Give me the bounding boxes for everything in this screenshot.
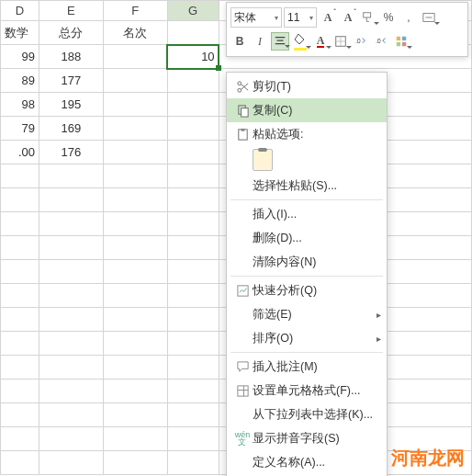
menu-label: 剪切(T) [253, 79, 379, 95]
menu-copy[interactable]: 复制(C) [227, 98, 387, 122]
bold-button[interactable]: B [230, 32, 249, 51]
menu-sort[interactable]: 排序(O) [227, 326, 387, 350]
cell-D[interactable]: 89 [1, 69, 39, 93]
menu-label: 筛选(E) [253, 307, 379, 323]
cell-D[interactable]: 98 [1, 93, 39, 117]
copy-icon [232, 104, 253, 118]
cell-E[interactable]: 176 [39, 141, 103, 164]
mini-toolbar: 宋体▾ 11▾ A A % , B I A .0 .0 [226, 2, 468, 57]
menu-label: 粘贴选项: [253, 127, 379, 142]
svg-rect-0 [364, 13, 371, 17]
decrease-decimal-button[interactable]: .0 [372, 32, 390, 51]
cell-D[interactable]: .00 [1, 141, 39, 164]
svg-rect-7 [397, 42, 400, 46]
fill-handle[interactable] [216, 65, 221, 71]
merge-button[interactable] [420, 8, 438, 27]
context-menu: 剪切(T) 复制(C) 粘贴选项: 选择性粘贴(S)... 插入(I)... 删… [226, 72, 388, 476]
svg-text:.0: .0 [376, 38, 381, 44]
menu-label: 选择性粘贴(S)... [253, 178, 379, 194]
cell-G-header[interactable] [167, 21, 219, 45]
increase-decimal-button[interactable]: .0 [352, 32, 370, 51]
cell-F[interactable] [103, 45, 167, 69]
cell-styles-button[interactable] [392, 32, 410, 51]
menu-label: 插入批注(M) [253, 359, 379, 375]
menu-separator [230, 276, 383, 277]
fill-color-button[interactable] [291, 32, 309, 51]
svg-rect-8 [402, 42, 406, 46]
percent-button[interactable]: % [379, 8, 398, 27]
menu-label: 插入(I)... [253, 207, 379, 222]
clipboard-icon [232, 128, 253, 142]
svg-point-9 [237, 88, 241, 92]
svg-point-10 [237, 81, 241, 85]
menu-label: 排序(O) [253, 331, 379, 346]
menu-label: 清除内容(N) [253, 255, 379, 270]
col-header-E[interactable]: E [39, 1, 103, 21]
cell-E[interactable]: 188 [39, 45, 103, 69]
col-header-F[interactable]: F [103, 1, 167, 21]
menu-label: 显示拼音字段(S) [253, 431, 379, 447]
svg-rect-14 [241, 128, 244, 130]
menu-paste-special[interactable]: 选择性粘贴(S)... [227, 174, 387, 198]
menu-label: 从下拉列表中选择(K)... [253, 407, 379, 423]
cell-E[interactable]: 169 [39, 117, 103, 141]
font-family-combo[interactable]: 宋体▾ [230, 7, 282, 28]
border-button[interactable] [332, 32, 350, 51]
menu-define-name[interactable]: 定义名称(A)... [227, 450, 387, 474]
menu-insert-comment[interactable]: 插入批注(M) [227, 355, 387, 379]
format-cells-icon [232, 384, 253, 398]
decrease-font-button[interactable]: A [339, 8, 357, 27]
svg-text:.0: .0 [355, 38, 361, 44]
menu-label: 快速分析(Q) [253, 283, 379, 299]
col-header-G[interactable]: G [167, 1, 219, 21]
menu-separator [230, 352, 383, 353]
menu-dropdown-select[interactable]: 从下拉列表中选择(K)... [227, 402, 387, 426]
menu-cut[interactable]: 剪切(T) [227, 74, 387, 98]
pinyin-icon: wén文 [232, 431, 253, 446]
font-color-button[interactable]: A [311, 32, 330, 51]
cell-E[interactable]: 195 [39, 93, 103, 117]
cell-D[interactable]: 99 [1, 45, 39, 69]
menu-clear[interactable]: 清除内容(N) [227, 250, 387, 274]
svg-rect-5 [397, 37, 400, 40]
menu-label: 定义名称(A)... [253, 455, 379, 470]
header-F[interactable]: 名次 [103, 21, 167, 45]
comment-icon [232, 360, 253, 374]
format-painter-button[interactable] [359, 8, 377, 27]
menu-separator [230, 199, 383, 200]
menu-show-pinyin[interactable]: wén文 显示拼音字段(S) [227, 426, 387, 450]
menu-insert[interactable]: 插入(I)... [227, 202, 387, 226]
menu-quick-analysis[interactable]: 快速分析(Q) [227, 278, 387, 302]
menu-label: 复制(C) [253, 103, 379, 119]
svg-rect-6 [402, 37, 406, 40]
svg-rect-12 [241, 108, 248, 116]
paste-default-icon [253, 149, 273, 171]
menu-paste-options: 粘贴选项: [227, 122, 387, 146]
menu-label: 设置单元格格式(F)... [253, 383, 379, 399]
menu-delete[interactable]: 删除(D)... [227, 226, 387, 250]
header-D[interactable]: 数学 [1, 21, 39, 45]
font-size-combo[interactable]: 11▾ [284, 7, 317, 28]
align-center-button[interactable] [271, 32, 289, 51]
menu-filter[interactable]: 筛选(E) [227, 302, 387, 326]
svg-rect-16 [237, 385, 247, 395]
active-cell[interactable]: 10 [167, 45, 219, 69]
cell-E[interactable]: 177 [39, 69, 103, 93]
italic-button[interactable]: I [251, 32, 269, 51]
increase-font-button[interactable]: A [319, 8, 337, 27]
quick-analysis-icon [232, 284, 253, 298]
menu-format-cells[interactable]: 设置单元格格式(F)... [227, 379, 387, 402]
menu-paste-default[interactable] [227, 146, 387, 174]
col-header-D[interactable]: D [1, 1, 39, 21]
watermark: 河南龙网 [391, 446, 465, 470]
cell-D[interactable]: 79 [1, 117, 39, 141]
comma-button[interactable]: , [399, 8, 418, 27]
menu-label: 删除(D)... [253, 231, 379, 246]
header-E[interactable]: 总分 [39, 21, 103, 45]
scissors-icon [232, 80, 253, 94]
